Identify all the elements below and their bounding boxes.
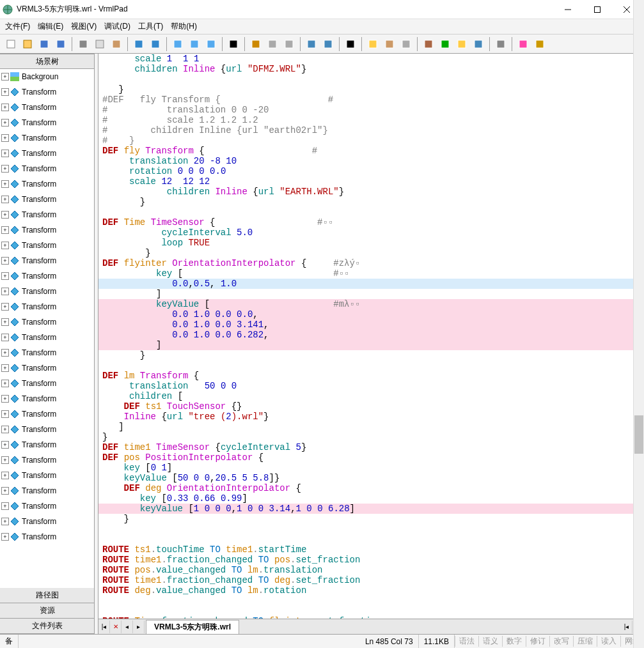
code-line[interactable]: # scale 1.2 1.2 1.2 [98, 115, 644, 125]
side-tab-pathview[interactable]: 路径图 [0, 588, 94, 603]
expand-icon[interactable]: + [1, 211, 9, 219]
expand-icon[interactable]: + [1, 134, 9, 142]
code-line[interactable]: ROUTE time1.fraction_changed TO pos.set_… [98, 555, 644, 565]
menu-帮助(H)[interactable]: 帮助(H) [167, 20, 201, 33]
tree-node[interactable]: +Transform [0, 192, 94, 207]
code-line[interactable]: } [98, 197, 644, 207]
expand-icon[interactable]: + [1, 318, 9, 326]
expand-icon[interactable]: + [1, 349, 9, 357]
cut-icon[interactable] [75, 36, 91, 52]
maximize-button[interactable] [583, 0, 612, 19]
expand-icon[interactable]: + [1, 502, 9, 510]
tree-node[interactable]: +Transform [0, 115, 94, 130]
code-line[interactable]: } [98, 432, 644, 442]
code-line[interactable] [98, 360, 644, 371]
expand-icon[interactable]: + [1, 88, 9, 96]
code-line[interactable]: ROUTE time1.fraction_changed TO deg.set_… [98, 575, 644, 585]
expand-icon[interactable]: + [1, 226, 9, 234]
code-line[interactable] [98, 596, 644, 606]
expand-icon[interactable]: + [1, 119, 9, 127]
code-line[interactable]: ] [98, 340, 644, 350]
tab-nav-first[interactable]: |◂ [98, 621, 110, 633]
tree-node[interactable]: +Transform [0, 84, 94, 100]
code-line[interactable]: 0.0,0.5, 1.0 [98, 279, 644, 289]
code-line[interactable]: 0.0 1.0 0.0 0.0, [98, 309, 644, 320]
tree-node[interactable]: +Transform [0, 161, 94, 176]
minimize-button[interactable] [553, 0, 583, 19]
tree-node[interactable]: +Transform [0, 238, 94, 253]
expand-icon[interactable]: + [1, 380, 9, 387]
expand-icon[interactable]: + [1, 150, 9, 157]
tab-nav-next[interactable]: ▸ [133, 621, 145, 633]
expand-icon[interactable]: + [1, 426, 9, 433]
hash-icon[interactable] [343, 36, 358, 52]
side-tab-resources[interactable]: 资源 [0, 603, 94, 619]
tree-node[interactable]: +Transform [0, 176, 94, 192]
run-icon[interactable] [437, 36, 453, 52]
indent-icon[interactable] [304, 36, 319, 52]
tree-node[interactable]: +Transform [0, 268, 94, 284]
code-line[interactable]: DEF flyinter OrientationInterpolator { #… [98, 258, 644, 268]
code-line[interactable]: # children Inline {url "earth02rl"} [98, 125, 644, 135]
expand-icon[interactable]: + [1, 533, 9, 541]
code-line[interactable] [98, 534, 644, 544]
tree-node[interactable]: +Transform [0, 360, 94, 376]
code-line[interactable]: scale 1 1 1 [98, 54, 644, 64]
vertical-scrollbar[interactable] [633, 54, 644, 619]
new-icon[interactable] [3, 36, 19, 52]
expand-icon[interactable]: + [1, 303, 9, 311]
code-line[interactable]: keyValue [1 0 0 0,1 0 0 3.14,1 0 0 6.28] [98, 504, 644, 514]
code-line[interactable]: } [98, 350, 644, 360]
code-line[interactable]: # } [98, 135, 644, 146]
menu-编辑(E)[interactable]: 编辑(E) [34, 20, 67, 33]
saveall-icon[interactable] [53, 36, 68, 52]
code-line[interactable]: } [98, 84, 644, 95]
tree-node[interactable]: +Transform [0, 100, 94, 115]
code-line[interactable] [98, 606, 644, 616]
code-line[interactable]: scale 12 12 12 [98, 176, 644, 187]
code-line[interactable]: DEF fly Transform { # [98, 146, 644, 156]
tree-node[interactable]: +Transform [0, 483, 94, 498]
save-icon[interactable] [36, 36, 52, 52]
expand-icon[interactable]: + [1, 364, 9, 372]
expand-icon[interactable]: + [1, 288, 9, 295]
doc-icon[interactable] [365, 36, 381, 52]
code-line[interactable]: ] [98, 422, 644, 432]
expand-icon[interactable]: + [1, 472, 9, 479]
menu-调试(D)[interactable]: 调试(D) [100, 20, 134, 33]
code-line[interactable]: keyValue [50 0 0,20.5 5 5.8]} [98, 473, 644, 483]
code-line[interactable]: children Inline {url "EARTH.WRL"} [98, 187, 644, 197]
tree-node[interactable]: +Transform [0, 406, 94, 422]
tree-node[interactable]: +Transform [0, 253, 94, 268]
code-line[interactable]: cycleInterval 5.0 [98, 228, 644, 238]
redo-icon[interactable] [148, 36, 163, 52]
document-tab-active[interactable]: VRML3-5东方明珠.wrl [146, 620, 239, 634]
code-line[interactable]: children Inline {url "DFMZ.WRL"} [98, 64, 644, 74]
hand-icon[interactable] [382, 36, 397, 52]
expand-icon[interactable]: + [1, 395, 9, 403]
side-tab-scenetree[interactable]: 场景树 [0, 54, 94, 69]
menu-工具(T)[interactable]: 工具(T) [134, 20, 167, 33]
menu-文件(F)[interactable]: 文件(F) [1, 20, 34, 33]
view1-icon[interactable] [170, 36, 185, 52]
tree-node[interactable]: +Transform [0, 376, 94, 391]
tab-nav-prev[interactable]: ◂ [122, 621, 133, 633]
expand-icon[interactable]: + [1, 104, 9, 111]
open-icon[interactable] [20, 36, 35, 52]
expand-icon[interactable]: + [1, 456, 9, 464]
expand-icon[interactable]: + [1, 441, 9, 449]
expand-icon[interactable]: + [1, 518, 9, 525]
wand3-icon[interactable] [281, 36, 297, 52]
code-line[interactable]: ROUTE pos.value_changed TO lm.translatio… [98, 565, 644, 575]
outdent-icon[interactable] [320, 36, 336, 52]
code-line[interactable]: #DEF fly Transform { # [98, 95, 644, 105]
wand-icon[interactable] [248, 36, 263, 52]
code-line[interactable]: key [0.33 0.66 0.99] [98, 493, 644, 504]
expand-icon[interactable]: + [1, 180, 9, 188]
code-line[interactable]: Inline {url "tree (2).wrl"} [98, 412, 644, 422]
tree-node[interactable]: +Transform [0, 468, 94, 483]
expand-icon[interactable]: + [1, 257, 9, 265]
view2-icon[interactable] [187, 36, 202, 52]
expand-icon[interactable]: + [1, 334, 9, 341]
code-line[interactable]: 0.0 1.0 0.0 6.282, [98, 330, 644, 340]
